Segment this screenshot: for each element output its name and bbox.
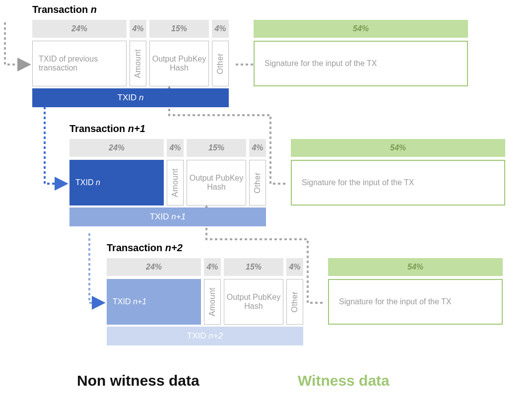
pct-txid: 24% (69, 139, 164, 157)
legend-witness: Witness data (298, 372, 390, 389)
amount-cell: Amount (204, 279, 221, 325)
body-row-n2: TXID n+1 Amount Output PubKey Hash Other… (107, 279, 503, 325)
sig-cell: Signature for the input of the TX (291, 160, 505, 206)
other-cell: Other (286, 279, 303, 325)
input-cell: TXID n+1 (107, 279, 201, 325)
other-label: Other (253, 172, 262, 194)
amount-label: Amount (171, 168, 180, 197)
txid-bar-em: n (139, 93, 143, 103)
pct-sig: 54% (328, 258, 503, 276)
txid-bar-n2: TXID n+2 (107, 327, 303, 345)
tx-title-em: n+1 (128, 123, 145, 134)
legend-nonwitness: Non witness data (77, 372, 200, 389)
sig-cell: Signature for the input of the TX (328, 279, 503, 325)
body-row-n1: TXID n Amount Output PubKey Hash Other S… (69, 160, 505, 206)
txid-bar-n1: TXID n+1 (69, 207, 266, 226)
tx-title-pre: Transaction (32, 4, 91, 15)
opk-label: Output PubKey Hash (189, 174, 244, 192)
pct-row-n2: 24% 4% 15% 4% 54% (107, 258, 503, 276)
amount-cell: Amount (167, 160, 184, 206)
opk-label: Output PubKey Hash (152, 55, 206, 72)
diagram-canvas: Transaction n 24% 4% 15% 4% 54% TXID of … (0, 0, 532, 412)
input-em: n+1 (133, 297, 146, 306)
amount-cell: Amount (130, 41, 146, 86)
opk-cell: Output PubKey Hash (149, 41, 209, 86)
pct-txid: 24% (107, 258, 201, 276)
pct-amount: 4% (204, 258, 221, 276)
other-cell: Other (212, 41, 229, 86)
other-label: Other (216, 53, 225, 74)
input-pre: TXID (113, 297, 131, 306)
opk-label: Output PubKey Hash (226, 293, 281, 311)
input-label: TXID of previous transaction (39, 55, 120, 72)
input-cell: TXID n (69, 160, 164, 206)
opk-cell: Output PubKey Hash (187, 160, 246, 206)
tx-title-pre: Transaction (107, 242, 165, 253)
sig-label: Signature for the input of the TX (339, 297, 452, 306)
amount-label: Amount (133, 49, 142, 78)
pct-opk: 15% (187, 139, 246, 157)
amount-label: Amount (208, 287, 217, 316)
pct-other: 4% (249, 139, 266, 157)
pct-opk: 15% (149, 20, 209, 38)
tx-title-em: n+2 (165, 242, 183, 253)
tx-title-n: Transaction n (32, 4, 97, 15)
sig-label: Signature for the input of the TX (302, 178, 414, 187)
sig-cell: Signature for the input of the TX (254, 41, 468, 86)
tx-title-pre: Transaction (69, 123, 128, 134)
body-row-n: TXID of previous transaction Amount Outp… (32, 41, 468, 86)
txid-bar-em: n+1 (171, 212, 186, 222)
input-pre: TXID (75, 178, 93, 187)
input-cell: TXID of previous transaction (32, 41, 127, 86)
pct-sig: 54% (291, 139, 505, 157)
pct-row-n: 24% 4% 15% 4% 54% (32, 20, 468, 38)
other-label: Other (290, 291, 299, 313)
pct-opk: 15% (224, 258, 283, 276)
pct-amount: 4% (130, 20, 146, 38)
txid-bar-em: n+2 (208, 331, 223, 341)
txid-bar-pre: TXID (187, 331, 206, 341)
pct-other: 4% (212, 20, 229, 38)
txid-bar-pre: TXID (150, 212, 169, 222)
sig-label: Signature for the input of the TX (265, 59, 377, 68)
pct-txid: 24% (32, 20, 127, 38)
pct-amount: 4% (167, 139, 184, 157)
input-em: n (96, 178, 100, 187)
tx-title-n2: Transaction n+2 (107, 242, 183, 254)
pct-sig: 54% (254, 20, 468, 38)
other-cell: Other (249, 160, 266, 206)
pct-row-n1: 24% 4% 15% 4% 54% (69, 139, 505, 157)
pct-other: 4% (286, 258, 303, 276)
tx-title-n1: Transaction n+1 (69, 123, 145, 135)
txid-bar-n: TXID n (32, 88, 229, 107)
txid-bar-pre: TXID (118, 93, 137, 103)
tx-title-em: n (91, 4, 97, 15)
opk-cell: Output PubKey Hash (224, 279, 283, 325)
